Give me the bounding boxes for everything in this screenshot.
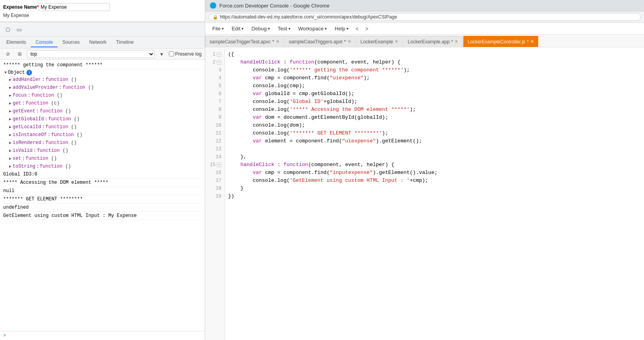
code-line-17: console.log('GetElement using custom HTM… [228,177,644,185]
form-row: Expense Name* [3,3,202,11]
expense-display: My Expense [3,13,202,18]
left-panel: Expense Name* My Expense ⬡ ▭ Elements Co… [0,0,205,340]
editor-tab-2[interactable]: sampleCaseTriggers.apxt * ✕ [285,36,356,47]
tab-1-close[interactable]: ✕ [276,39,279,44]
expense-name-input[interactable] [39,3,110,11]
code-content[interactable]: ({ handleUIclick : function(component, e… [225,47,644,340]
line-num-17: 17 [205,177,225,185]
line-num-2: 2 − [205,58,225,66]
tab-2-close[interactable]: ✕ [348,39,351,44]
tab-sources[interactable]: Sources [58,38,84,47]
editor-tab-4[interactable]: LockerExample.app * ✕ [403,36,462,47]
tab-3-close[interactable]: ✕ [395,39,398,44]
context-selector[interactable]: top [27,50,155,58]
line-num-6: 6 [205,90,225,98]
chrome-titlebar: Force.com Developer Console - Google Chr… [205,0,644,11]
line-num-3: 3 [205,66,225,74]
fold-1[interactable]: − [217,52,221,57]
line-num-19: 19 [205,192,225,200]
url-text: https://automated-dev-ed.my.salesforce.c… [220,14,397,20]
line-num-13: 13 [205,145,225,153]
menu-test[interactable]: Test ▾ [274,24,294,33]
lock-icon: 🔒 [213,15,218,20]
expense-name-label: Expense Name* [3,4,39,10]
edit-menu-arrow: ▾ [242,26,243,31]
preserve-log-checkbox[interactable] [169,51,174,56]
code-line-7: console.log('Global ID'+globalId); [228,98,644,106]
nav-next-btn[interactable]: > [362,24,371,34]
console-object-header: ▼ Object i [3,69,202,76]
prop-toString: ▶ toString : function () [8,163,202,170]
line-num-14: 14 [205,153,225,161]
code-line-4: var cmp = component.find("uiexpense"); [228,74,644,82]
prop-getGlobalId: ▶ getGlobalId : function () [8,115,202,123]
address-bar[interactable]: 🔒 https://automated-dev-ed.my.salesforce… [208,13,641,21]
console-line-undefined: undefined [3,204,202,212]
debug-menu-arrow: ▾ [268,26,270,31]
help-menu-arrow: ▾ [346,26,348,31]
workspace-menu-arrow: ▾ [325,26,327,31]
console-input[interactable] [8,333,202,338]
object-expand-triangle[interactable]: ▼ [3,70,8,75]
tab-network[interactable]: Network [84,38,111,47]
line-num-1: 1 − [205,50,225,58]
right-panel: Force.com Developer Console - Google Chr… [205,0,644,340]
prop-isInstanceOf: ▶ isInstanceOf : function () [8,131,202,139]
editor-tab-3[interactable]: LockerExample ✕ [356,36,403,47]
code-line-3: console.log('****** getting the componen… [228,66,644,74]
line-num-16: 16 [205,169,225,177]
console-line-1: ****** getting the component ****** [3,61,202,69]
menu-help[interactable]: Help ▾ [331,24,352,33]
menu-file[interactable]: File ▾ [208,24,228,33]
code-line-12: var element = component.find("uiexpense"… [228,137,644,145]
tab-console[interactable]: Console [31,38,58,47]
prop-addValueProvider: ▶ addValueProvider : function () [8,84,202,92]
devtools-toolbar: ⬡ ▭ [0,22,205,37]
code-line-19: }) [228,192,644,200]
device-mode-btn[interactable]: ▭ [14,25,24,34]
prop-get: ▶ get : function (c) [8,99,202,107]
nav-prev-btn[interactable]: < [352,24,362,34]
line-num-10: 10 [205,121,225,129]
console-toolbar: ⊘ ⊞ top ▾ Preserve log [0,49,205,60]
console-line-get-elem: ******* GET ELEMENT ******** [3,195,202,204]
code-line-9: var dom = document.getElementById(global… [228,114,644,121]
prop-set: ▶ set : function () [8,155,202,163]
tab-5-close[interactable]: ✕ [530,39,534,44]
tab-elements[interactable]: Elements [2,38,31,47]
form-area: Expense Name* My Expense [0,0,205,22]
fold-15[interactable]: − [217,163,221,167]
console-line-dom-msg: ***** Accessing the DOM element ***** [3,179,202,187]
code-line-18: } [228,185,644,192]
line-num-5: 5 [205,82,225,90]
filter-btn[interactable]: ⊞ [15,49,24,59]
file-menu-arrow: ▾ [222,26,224,31]
code-line-16: var cmp = component.find("inputexpense")… [228,169,644,177]
titlebar-text: Force.com Developer Console - Google Chr… [219,3,329,9]
prop-focus: ▶ focus : function () [8,92,202,99]
fold-2[interactable]: − [217,60,221,65]
line-numbers: 1 − 2 − 3 4 5 6 7 8 9 10 11 12 13 14 15 … [205,47,225,340]
prop-isValid: ▶ isValid : function () [8,147,202,155]
inspect-element-btn[interactable]: ⬡ [3,25,13,34]
object-info-badge[interactable]: i [26,70,32,75]
line-num-7: 7 [205,98,225,106]
menu-debug[interactable]: Debug ▾ [247,24,273,33]
code-line-15: handleClick : function(component, event,… [228,161,644,169]
property-tree: ▶ addHandler : function () ▶ addValuePro… [8,76,202,170]
editor-tab-1[interactable]: sampleCaseTriggerTest.apxc * ✕ [205,36,284,47]
filter-dropdown-btn[interactable]: ▾ [157,49,167,59]
prop-addHandler: ▶ addHandler : function () [8,76,202,84]
clear-console-btn[interactable]: ⊘ [3,49,13,59]
prop-isRendered: ▶ isRendered : function () [8,139,202,147]
console-line-globalid: Global ID3:0 [3,170,202,179]
tab-timeline[interactable]: Timeline [111,38,139,47]
menu-edit[interactable]: Edit ▾ [228,24,247,33]
tab-4-close[interactable]: ✕ [455,39,458,44]
editor-tab-5[interactable]: LockerExampleController.js * ✕ [463,36,538,47]
menu-workspace[interactable]: Workspace ▾ [294,24,331,33]
code-line-6: var globalId = cmp.getGlobalId(); [228,90,644,98]
line-num-11: 11 [205,129,225,137]
preserve-log-label: Preserve log [169,51,202,57]
code-editor: 1 − 2 − 3 4 5 6 7 8 9 10 11 12 13 14 15 … [205,47,644,340]
